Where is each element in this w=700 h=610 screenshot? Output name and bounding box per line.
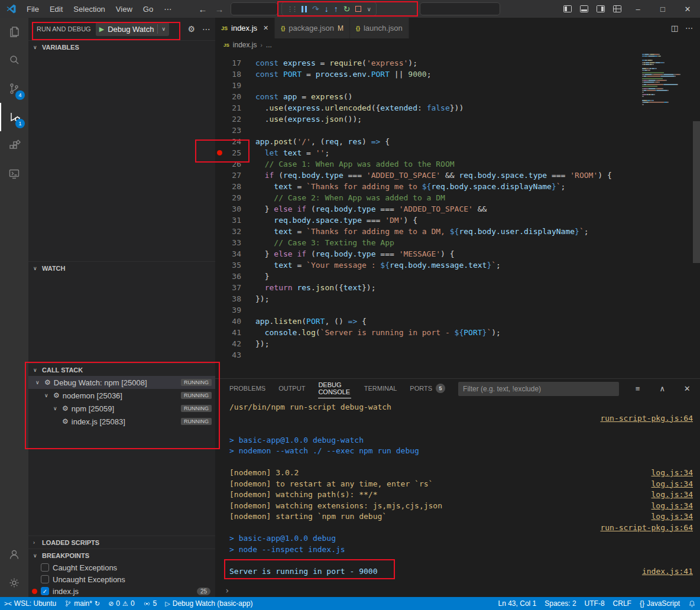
checkbox[interactable]: [41, 575, 49, 583]
checkbox[interactable]: ✓: [41, 587, 49, 595]
step-out-button[interactable]: ↑: [334, 4, 338, 14]
step-into-button[interactable]: ↓: [325, 4, 329, 14]
activity-source-control-icon[interactable]: 4: [0, 74, 28, 103]
maximize-button[interactable]: □: [650, 0, 675, 18]
source-link[interactable]: run-script-pkg.js:64: [600, 523, 695, 534]
code-text[interactable]: app.listen(PORT, () => {: [255, 316, 367, 327]
call-stack-row[interactable]: ∨⚙nodemon [25036]RUNNING: [28, 389, 215, 402]
pause-button[interactable]: [302, 6, 307, 12]
checkbox[interactable]: [41, 563, 49, 572]
step-over-button[interactable]: ↷: [312, 4, 319, 14]
start-debug-icon[interactable]: ▶: [99, 25, 104, 33]
section-variables[interactable]: ∨ VARIABLES: [28, 40, 215, 53]
breakpoint-gutter[interactable]: [215, 327, 223, 338]
code-text[interactable]: const express = require('express');: [255, 57, 417, 69]
chevron-down-icon[interactable]: ∨: [161, 26, 166, 32]
debug-console-input[interactable]: ›: [215, 584, 700, 597]
filter-icon[interactable]: ≡: [632, 384, 644, 393]
code-text[interactable]: });: [255, 338, 269, 349]
call-stack-row[interactable]: ∨⚙npm [25059]RUNNING: [28, 402, 215, 415]
breakpoint-gutter[interactable]: [215, 192, 223, 203]
forward-arrow-icon[interactable]: →: [212, 0, 227, 18]
command-center-left[interactable]: [231, 2, 278, 15]
breakpoint-gutter[interactable]: [215, 271, 223, 282]
breakpoint-gutter[interactable]: [215, 57, 223, 69]
problems-indicator[interactable]: ⊘ 0 ⚠ 0: [104, 597, 138, 610]
source-link[interactable]: log.js:34: [652, 501, 695, 512]
code-text[interactable]: req.body.space.type === 'DM') {: [255, 215, 417, 226]
maximize-panel-icon[interactable]: ∧: [656, 384, 668, 393]
notifications-bell[interactable]: [684, 597, 700, 610]
breakpoint-gutter[interactable]: [215, 349, 223, 361]
activity-explorer-icon[interactable]: [0, 18, 28, 46]
chevron-down-icon[interactable]: ∨: [44, 392, 50, 398]
activity-remote-explorer-icon[interactable]: [0, 160, 28, 188]
code-text[interactable]: return res.json({text});: [255, 282, 376, 293]
breakpoint-gutter[interactable]: [215, 170, 223, 181]
panel-tab-terminal[interactable]: TERMINAL: [364, 379, 397, 398]
toggle-primary-sidebar-icon[interactable]: [559, 0, 576, 18]
breakpoint-gutter[interactable]: [215, 158, 223, 170]
section-breakpoints[interactable]: ∨ BREAKPOINTS: [28, 549, 215, 562]
breakpoint-gutter[interactable]: [215, 102, 223, 113]
call-stack-row[interactable]: ⚙index.js [25083]RUNNING: [28, 415, 215, 428]
editor-tab-launch.json[interactable]: {}launch.json: [350, 18, 409, 38]
eol-indicator[interactable]: CRLF: [609, 597, 636, 610]
indentation-indicator[interactable]: Spaces: 2: [540, 597, 580, 610]
breadcrumb[interactable]: JS index.js › ...: [215, 38, 700, 51]
breakpoint-gutter[interactable]: [215, 181, 223, 192]
split-editor-icon[interactable]: ◫: [671, 24, 678, 33]
breakpoint-gutter[interactable]: [215, 136, 223, 147]
breakpoint-gutter[interactable]: [215, 282, 223, 293]
close-icon[interactable]: ✕: [263, 24, 268, 32]
breakpoint-row[interactable]: Uncaught Exceptions: [28, 573, 215, 585]
chevron-down-icon[interactable]: ∨: [35, 379, 41, 385]
section-loaded-scripts[interactable]: › LOADED SCRIPTS: [28, 536, 215, 549]
stop-dropdown-chevron-icon[interactable]: ∨: [367, 6, 371, 12]
command-center-right[interactable]: [420, 2, 500, 15]
breakpoint-gutter[interactable]: [215, 338, 223, 349]
code-text[interactable]: } else if (req.body.type === 'MESSAGE') …: [255, 248, 455, 259]
source-link[interactable]: index.js:41: [642, 566, 695, 577]
branch-indicator[interactable]: main* ↻: [60, 597, 104, 610]
breakpoint-gutter[interactable]: [215, 304, 223, 316]
breakpoint-gutter[interactable]: [215, 248, 223, 259]
breakpoint-dot[interactable]: [217, 150, 222, 155]
restart-button[interactable]: ↻: [343, 4, 351, 14]
remote-indicator[interactable]: >< WSL: Ubuntu: [0, 597, 60, 610]
menu-item[interactable]: Selection: [68, 0, 110, 18]
call-stack-row[interactable]: ∨⚙Debug Watch: npm [25008]RUNNING: [28, 376, 215, 389]
code-text[interactable]: } else if (req.body.type === 'ADDED_TO_S…: [255, 203, 487, 215]
chevron-down-icon[interactable]: ∨: [53, 405, 59, 411]
breakpoint-gutter[interactable]: [215, 147, 223, 158]
more-actions-icon[interactable]: ⋯: [202, 24, 210, 34]
breakpoint-gutter[interactable]: [215, 203, 223, 215]
close-panel-icon[interactable]: ✕: [681, 384, 693, 393]
source-link[interactable]: run-script-pkg.js:64: [600, 413, 695, 424]
breadcrumb-symbol[interactable]: ...: [266, 41, 272, 49]
breakpoint-gutter[interactable]: [215, 215, 223, 226]
code-text[interactable]: const app = express(): [255, 91, 352, 102]
breakpoint-row[interactable]: ✓index.js25: [28, 585, 215, 597]
breakpoint-row[interactable]: Caught Exceptions: [28, 562, 215, 573]
console-filter-input[interactable]: [458, 382, 619, 396]
close-button[interactable]: ✕: [675, 0, 700, 18]
code-text[interactable]: text = `Thanks for adding me to ${req.bo…: [255, 181, 565, 192]
activity-search-icon[interactable]: [0, 46, 28, 74]
activity-run-and-debug-icon[interactable]: 1: [0, 103, 28, 131]
activity-extensions-icon[interactable]: [0, 131, 28, 160]
source-link[interactable]: log.js:34: [652, 511, 695, 523]
breakpoint-gutter[interactable]: [215, 237, 223, 248]
breakpoint-gutter[interactable]: [215, 80, 223, 91]
minimize-button[interactable]: –: [626, 0, 650, 18]
debug-status[interactable]: ▷ Debug Watch (basic-app): [161, 597, 257, 610]
back-arrow-icon[interactable]: ←: [195, 0, 210, 18]
code-text[interactable]: text = `Thanks for adding me to a DM, ${…: [255, 226, 589, 237]
launch-config-dropdown[interactable]: ▶ Debug Watch ∨: [96, 22, 169, 36]
code-text[interactable]: console.log(`Server is running in port -…: [255, 327, 501, 338]
code-text[interactable]: });: [255, 293, 269, 304]
breakpoint-gutter[interactable]: [215, 293, 223, 304]
source-link[interactable]: log.js:34: [652, 479, 695, 490]
ports-indicator[interactable]: 5: [139, 597, 161, 610]
panel-tab-output[interactable]: OUTPUT: [278, 379, 305, 398]
